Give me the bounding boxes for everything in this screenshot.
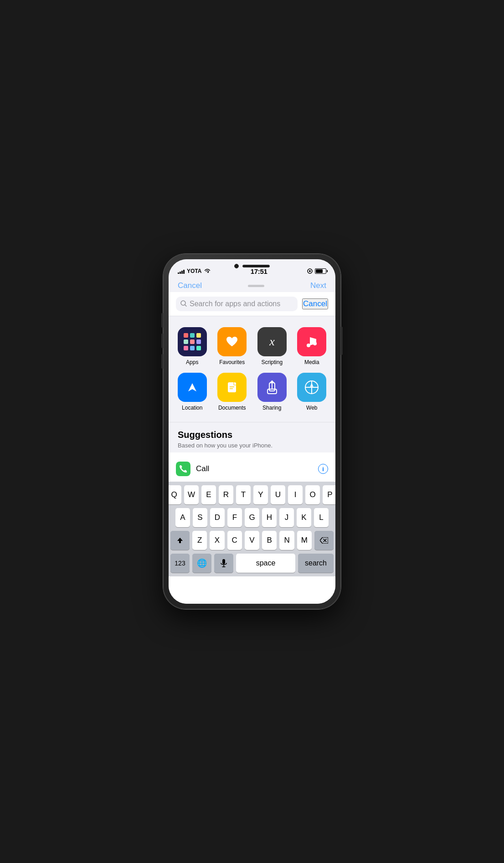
phone-top-hardware bbox=[234, 264, 270, 268]
svg-marker-18 bbox=[177, 538, 183, 543]
search-input-wrap[interactable] bbox=[176, 297, 298, 311]
key-e[interactable]: E bbox=[201, 485, 216, 504]
key-c[interactable]: C bbox=[227, 531, 242, 550]
sheet-handle bbox=[248, 285, 264, 287]
key-g[interactable]: G bbox=[245, 508, 259, 527]
media-icon bbox=[297, 327, 326, 356]
svg-line-3 bbox=[185, 305, 186, 306]
favourites-label: Favourites bbox=[219, 359, 245, 365]
category-grid: Apps Favourites bbox=[169, 316, 335, 422]
category-item-location[interactable]: Location bbox=[172, 369, 212, 415]
documents-icon bbox=[217, 373, 247, 402]
keyboard-row-1: Q W E R T Y U I O P bbox=[170, 485, 334, 504]
key-w[interactable]: W bbox=[184, 485, 199, 504]
key-j[interactable]: J bbox=[279, 508, 294, 527]
svg-point-5 bbox=[307, 344, 310, 347]
signal-bar-3 bbox=[181, 271, 183, 274]
keyboard-row-2: A S D F G H J K L bbox=[170, 508, 334, 527]
key-u[interactable]: U bbox=[271, 485, 285, 504]
key-z[interactable]: Z bbox=[192, 531, 207, 550]
delete-key[interactable] bbox=[314, 531, 334, 550]
nav-next-label: Next bbox=[310, 281, 326, 290]
status-time: 17:51 bbox=[251, 267, 267, 275]
svg-text:x: x bbox=[269, 335, 275, 348]
svg-point-1 bbox=[309, 270, 311, 272]
status-left: YOTA bbox=[178, 268, 211, 275]
battery-fill bbox=[316, 269, 323, 273]
globe-key[interactable]: 🌐 bbox=[192, 554, 211, 573]
search-key[interactable]: search bbox=[298, 554, 334, 573]
search-bar-row: Cancel bbox=[169, 292, 335, 316]
search-input[interactable] bbox=[190, 300, 293, 308]
key-f[interactable]: F bbox=[227, 508, 242, 527]
status-bar: YOTA 17:51 bbox=[169, 259, 335, 279]
category-item-documents[interactable]: Documents bbox=[212, 369, 252, 415]
key-y[interactable]: Y bbox=[253, 485, 268, 504]
phone-icon bbox=[179, 464, 188, 473]
key-k[interactable]: K bbox=[297, 508, 311, 527]
key-v[interactable]: V bbox=[245, 531, 259, 550]
suggestion-call-item[interactable]: Call i bbox=[169, 456, 335, 482]
signal-bar-2 bbox=[180, 272, 181, 274]
key-t[interactable]: T bbox=[236, 485, 251, 504]
phone-screen: YOTA 17:51 bbox=[169, 259, 335, 604]
apps-icon bbox=[178, 327, 207, 356]
keyboard-row-3: Z X C V B N M bbox=[170, 531, 334, 550]
category-item-web[interactable]: Web bbox=[292, 369, 332, 415]
key-r[interactable]: R bbox=[219, 485, 233, 504]
key-l[interactable]: L bbox=[314, 508, 329, 527]
media-label: Media bbox=[304, 359, 319, 365]
shift-icon bbox=[176, 537, 184, 544]
keyboard: Q W E R T Y U I O P A S bbox=[169, 482, 335, 576]
carrier-label: YOTA bbox=[187, 268, 201, 274]
battery-icon bbox=[315, 268, 326, 274]
shift-key[interactable] bbox=[170, 531, 190, 550]
suggestions-title: Suggestions bbox=[178, 430, 326, 440]
category-item-apps[interactable]: Apps bbox=[172, 324, 212, 369]
scripting-icon: x bbox=[257, 327, 287, 356]
call-label: Call bbox=[196, 464, 313, 473]
documents-label: Documents bbox=[218, 405, 246, 411]
key-x[interactable]: X bbox=[210, 531, 224, 550]
speaker bbox=[242, 265, 270, 267]
wifi-icon bbox=[204, 268, 211, 275]
key-d[interactable]: D bbox=[210, 508, 225, 527]
keyboard-bottom-row: 123 🌐 space search bbox=[170, 554, 334, 573]
svg-point-6 bbox=[313, 342, 317, 345]
num-key[interactable]: 123 bbox=[170, 554, 190, 573]
category-item-media[interactable]: Media bbox=[292, 324, 332, 369]
key-i[interactable]: I bbox=[288, 485, 303, 504]
key-q[interactable]: Q bbox=[169, 485, 181, 504]
sharing-label: Sharing bbox=[262, 405, 281, 411]
nav-cancel-label: Cancel bbox=[178, 281, 202, 290]
space-key[interactable]: space bbox=[236, 554, 295, 573]
key-o[interactable]: O bbox=[305, 485, 320, 504]
key-b[interactable]: B bbox=[262, 531, 277, 550]
key-m[interactable]: M bbox=[297, 531, 312, 550]
web-icon bbox=[297, 373, 326, 402]
suggestions-subtitle: Based on how you use your iPhone. bbox=[178, 442, 326, 449]
nav-bar: Cancel Next bbox=[169, 279, 335, 292]
key-s[interactable]: S bbox=[193, 508, 207, 527]
sharing-icon bbox=[257, 373, 287, 402]
phone-app-icon bbox=[176, 462, 190, 476]
key-p[interactable]: P bbox=[323, 485, 335, 504]
phone-frame: YOTA 17:51 bbox=[163, 254, 341, 609]
category-item-sharing[interactable]: Sharing bbox=[252, 369, 292, 415]
location-status-icon bbox=[307, 268, 313, 274]
key-h[interactable]: H bbox=[262, 508, 277, 527]
search-icon bbox=[180, 300, 187, 308]
apps-label: Apps bbox=[186, 359, 198, 365]
status-right bbox=[307, 268, 326, 274]
category-item-favourites[interactable]: Favourites bbox=[212, 324, 252, 369]
category-item-scripting[interactable]: x Scripting bbox=[252, 324, 292, 369]
mic-icon bbox=[220, 559, 227, 568]
info-button[interactable]: i bbox=[318, 464, 328, 474]
suggestions-section: Suggestions Based on how you use your iP… bbox=[169, 422, 335, 452]
delete-icon bbox=[320, 537, 328, 544]
location-label: Location bbox=[182, 405, 202, 411]
key-n[interactable]: N bbox=[279, 531, 294, 550]
key-a[interactable]: A bbox=[175, 508, 190, 527]
mic-key[interactable] bbox=[214, 554, 233, 573]
search-cancel-button[interactable]: Cancel bbox=[302, 298, 328, 309]
